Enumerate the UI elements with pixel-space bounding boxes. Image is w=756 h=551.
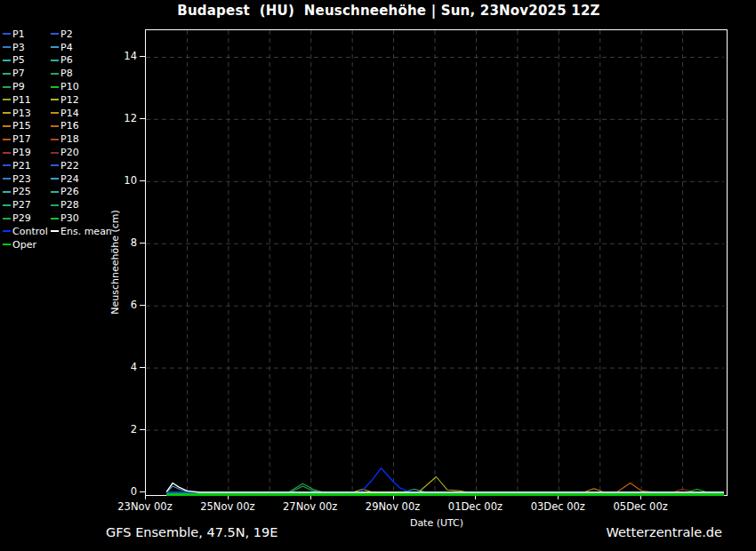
- legend-color-swatch: [3, 204, 11, 206]
- legend-label: Ens. mean: [60, 226, 112, 237]
- x-tick-label: 29Nov 00z: [355, 500, 431, 513]
- legend-color-swatch: [3, 244, 11, 245]
- legend-color-swatch: [51, 73, 59, 75]
- legend-label: P6: [60, 54, 73, 66]
- y-tick-label: 6: [100, 299, 137, 311]
- legend-label: P10: [60, 81, 79, 92]
- legend-label: P2: [60, 28, 73, 40]
- y-tick-label: 12: [100, 112, 137, 124]
- legend-item-p20: P20: [51, 146, 115, 159]
- x-tick-mark: [145, 496, 146, 499]
- legend-item-p2: P2: [51, 28, 115, 41]
- x-axis-label: Date (UTC): [397, 517, 477, 529]
- y-tick-label: 0: [100, 485, 137, 498]
- x-tick-label: 23Nov 00z: [107, 500, 183, 513]
- y-tick-label: 4: [100, 361, 137, 373]
- legend-item-p30: P30: [51, 212, 115, 225]
- legend-item-control: Control: [3, 225, 51, 238]
- y-tick-label: 8: [100, 236, 137, 249]
- legend-label: P27: [12, 199, 31, 211]
- legend-item-p25: P25: [3, 186, 51, 199]
- legend-item-p13: P13: [3, 107, 51, 120]
- legend-color-swatch: [3, 60, 11, 61]
- y-tick-mark: [140, 491, 145, 492]
- x-tick-mark: [228, 496, 229, 499]
- chart-page: Budapest (HU) Neuschneehöhe | Sun, 23Nov…: [0, 0, 756, 551]
- legend-color-swatch: [3, 152, 11, 154]
- legend-label: P14: [60, 108, 79, 119]
- legend-color-swatch: [3, 112, 11, 114]
- legend-item-p12: P12: [51, 93, 115, 107]
- legend-color-swatch: [51, 33, 59, 35]
- y-tick-label: 14: [100, 50, 137, 62]
- x-tick-label: 03Dec 00z: [519, 500, 596, 513]
- legend-color-swatch: [3, 125, 11, 127]
- y-tick-mark: [140, 305, 145, 306]
- legend: P1P2P3P4P5P6P7P8P9P10P11P12P13P14P15P16P…: [3, 28, 115, 252]
- legend-item-p18: P18: [51, 132, 115, 146]
- legend-color-swatch: [3, 33, 11, 35]
- legend-label: P20: [60, 147, 79, 158]
- legend-label: P18: [60, 133, 79, 145]
- legend-item-p3: P3: [3, 41, 51, 54]
- y-tick-mark: [140, 243, 145, 244]
- legend-label: P13: [12, 108, 31, 119]
- legend-label: P15: [12, 120, 31, 132]
- legend-label: P11: [12, 94, 31, 106]
- legend-item-p29: P29: [3, 212, 51, 225]
- y-tick-mark: [140, 56, 145, 57]
- legend-label: P1: [12, 28, 25, 40]
- legend-label: P23: [12, 173, 31, 185]
- legend-item-p10: P10: [51, 80, 115, 93]
- legend-item-p28: P28: [51, 198, 115, 212]
- legend-item-p15: P15: [3, 120, 51, 133]
- legend-item-p11: P11: [3, 93, 51, 107]
- legend-color-swatch: [51, 60, 59, 61]
- legend-color-swatch: [51, 191, 59, 193]
- x-tick-label: 27Nov 00z: [272, 500, 349, 513]
- legend-color-swatch: [3, 178, 11, 180]
- x-tick-mark: [310, 496, 311, 499]
- legend-color-swatch: [51, 218, 59, 220]
- legend-label: P26: [60, 186, 79, 197]
- legend-color-swatch: [3, 46, 11, 48]
- legend-item-p17: P17: [3, 132, 51, 146]
- legend-color-swatch: [51, 152, 59, 154]
- legend-color-swatch: [51, 125, 59, 127]
- legend-label: P8: [60, 68, 73, 79]
- legend-item-p27: P27: [3, 198, 51, 212]
- plot-area: [145, 29, 728, 496]
- x-tick-mark: [475, 496, 476, 499]
- y-tick-mark: [140, 118, 145, 119]
- legend-item-p7: P7: [3, 67, 51, 80]
- legend-label: P4: [60, 42, 73, 53]
- legend-color-swatch: [51, 164, 59, 166]
- legend-label: P5: [12, 54, 25, 66]
- legend-item-p21: P21: [3, 159, 51, 172]
- chart-title: Budapest (HU) Neuschneehöhe | Sun, 23Nov…: [11, 3, 756, 19]
- y-tick-mark: [140, 429, 145, 430]
- legend-color-swatch: [51, 46, 59, 48]
- legend-label: P29: [12, 212, 31, 224]
- chart-canvas: [146, 30, 724, 492]
- legend-item-p26: P26: [51, 186, 115, 199]
- legend-label: P9: [12, 81, 25, 92]
- legend-color-swatch: [51, 86, 59, 88]
- legend-label: P12: [60, 94, 79, 106]
- legend-label: P21: [12, 160, 31, 172]
- legend-color-swatch: [3, 218, 11, 220]
- legend-label: P25: [12, 186, 31, 197]
- legend-label: P24: [60, 173, 79, 185]
- legend-item-p8: P8: [51, 67, 115, 80]
- y-tick-label: 2: [100, 423, 137, 435]
- legend-item-p23: P23: [3, 172, 51, 186]
- legend-label: P22: [60, 160, 79, 172]
- legend-label: P19: [12, 147, 31, 158]
- x-tick-mark: [558, 496, 559, 499]
- legend-color-swatch: [51, 178, 59, 180]
- legend-label: P17: [12, 133, 31, 145]
- legend-item-p9: P9: [3, 80, 51, 93]
- legend-color-swatch: [51, 204, 59, 206]
- legend-label: Control: [12, 226, 48, 237]
- legend-item-oper: Oper: [3, 238, 51, 252]
